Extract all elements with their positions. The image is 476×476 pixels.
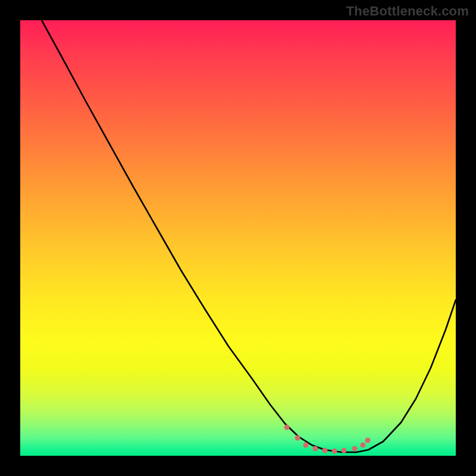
- svg-point-3: [313, 446, 318, 452]
- svg-point-6: [342, 448, 347, 453]
- watermark-text: TheBottleneck.com: [346, 4, 469, 19]
- gradient-plot-area: [20, 20, 456, 456]
- svg-point-1: [295, 436, 300, 441]
- svg-point-9: [365, 438, 371, 443]
- svg-point-7: [352, 446, 358, 452]
- svg-point-5: [332, 449, 337, 454]
- svg-point-4: [322, 448, 328, 453]
- svg-point-8: [361, 443, 366, 448]
- svg-point-2: [303, 443, 309, 448]
- valley-highlight-dots: [20, 20, 456, 456]
- svg-point-0: [284, 425, 290, 430]
